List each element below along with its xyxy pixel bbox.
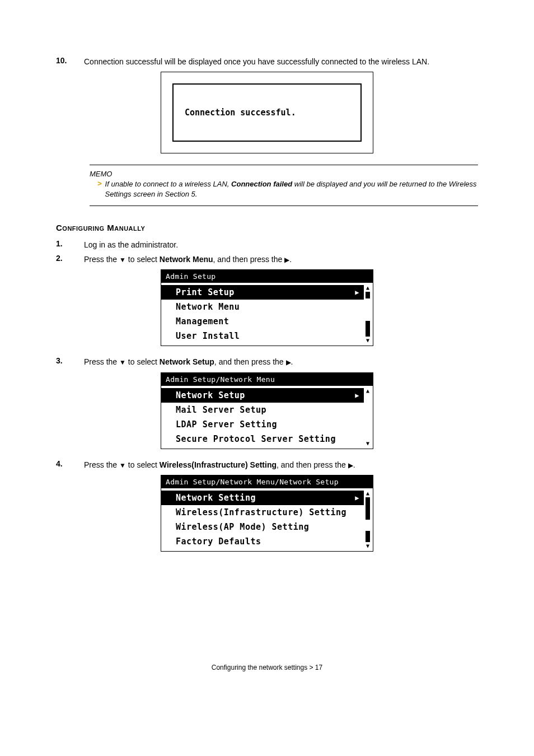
step-4: 4. Press the ▼ to select Wireless(Infras…	[56, 459, 478, 470]
menu-item-label: Network Setting	[176, 493, 256, 503]
menu-screen-network-menu: Admin Setup/Network Menu Network Setup ▶…	[161, 372, 373, 449]
menu-item-label: Print Setup	[176, 287, 235, 297]
step-text: Press the ▼ to select Network Menu, and …	[84, 254, 478, 265]
page-footer: Configuring the network settings > 17	[56, 664, 478, 671]
step-text: Press the ▼ to select Network Setup, and…	[84, 356, 478, 367]
scroll-up-icon[interactable]: ▲	[364, 491, 372, 496]
scroll-up-icon[interactable]: ▲	[364, 285, 372, 291]
down-arrow-icon: ▼	[119, 358, 126, 366]
memo-text-pre: If unable to connect to a wireless LAN,	[105, 180, 231, 188]
step-number: 1.	[56, 239, 84, 250]
menu-item-factory-defaults[interactable]: Factory Defaults	[161, 534, 364, 549]
menu-screen-network-setup: Admin Setup/Network Menu/Network Setup N…	[161, 475, 373, 552]
scroll-thumb[interactable]	[366, 292, 370, 298]
step-text: Connection successful will be displayed …	[84, 56, 478, 67]
right-arrow-icon: ▶	[355, 494, 359, 502]
text-fragment: , and then press the	[214, 357, 286, 366]
menu-item-network-setting[interactable]: Network Setting ▶	[161, 491, 364, 505]
right-arrow-icon: ▶	[355, 391, 359, 399]
text-fragment: , and then press the	[213, 255, 285, 264]
lcd-message: Connection successful.	[172, 83, 362, 142]
step-number: 2.	[56, 254, 84, 265]
menu-item-print-setup[interactable]: Print Setup ▶	[161, 285, 364, 300]
step-text: Log in as the administrator.	[84, 239, 478, 250]
text-bold: Wireless(Infrastructure) Setting	[160, 460, 277, 469]
memo-block: MEMO > If unable to connect to a wireles…	[90, 165, 478, 206]
menu-item-secure-protocol[interactable]: Secure Protocol Server Setting	[161, 432, 364, 446]
scroll-track	[364, 292, 372, 337]
step-number: 10.	[56, 56, 84, 67]
menu-screen-admin-setup: Admin Setup Print Setup ▶ Network Menu M…	[161, 269, 373, 346]
scroll-thumb[interactable]	[366, 531, 370, 542]
menu-item-user-install[interactable]: User Install	[161, 329, 364, 343]
text-fragment: Press the	[84, 460, 119, 469]
step-2: 2. Press the ▼ to select Network Menu, a…	[56, 254, 478, 265]
scroll-down-icon[interactable]: ▼	[364, 441, 372, 446]
scroll-thumb[interactable]	[366, 321, 370, 337]
right-arrow-icon: ▶	[286, 358, 291, 366]
text-fragment: , and then press the	[277, 460, 348, 469]
menu-item-network-setup[interactable]: Network Setup ▶	[161, 388, 364, 403]
menu-title: Admin Setup/Network Menu/Network Setup	[161, 475, 373, 488]
menu-item-wireless-ap[interactable]: Wireless(AP Mode) Setting	[161, 520, 364, 534]
scrollbar[interactable]: ▲ ▼	[364, 283, 373, 346]
text-fragment: to select	[126, 255, 160, 264]
step-number: 3.	[56, 356, 84, 367]
step-10: 10. Connection successful will be displa…	[56, 56, 478, 67]
menu-item-label: Network Setup	[176, 390, 245, 400]
menu-title: Admin Setup	[161, 270, 373, 283]
section-heading: Configuring Manually	[56, 223, 478, 232]
scroll-track	[364, 497, 372, 542]
text-fragment: .	[353, 460, 355, 469]
text-fragment: .	[291, 357, 293, 366]
menu-item-wireless-infra[interactable]: Wireless(Infrastructure) Setting	[161, 505, 364, 520]
right-arrow-icon: ▶	[284, 256, 289, 264]
text-bold: Network Menu	[160, 255, 213, 264]
memo-text: If unable to connect to a wireless LAN, …	[105, 179, 478, 199]
menu-item-ldap-server-setting[interactable]: LDAP Server Setting	[161, 417, 364, 432]
menu-item-network-menu[interactable]: Network Menu	[161, 300, 364, 314]
memo-title: MEMO	[90, 170, 478, 178]
right-arrow-icon: ▶	[355, 288, 359, 296]
menu-item-mail-server-setup[interactable]: Mail Server Setup	[161, 403, 364, 417]
down-arrow-icon: ▼	[119, 256, 126, 264]
text-fragment: to select	[126, 460, 160, 469]
text-bold: Network Setup	[160, 357, 214, 366]
step-text: Press the ▼ to select Wireless(Infrastru…	[84, 459, 478, 470]
scroll-down-icon[interactable]: ▼	[364, 543, 372, 549]
menu-item-management[interactable]: Management	[161, 314, 364, 329]
step-3: 3. Press the ▼ to select Network Setup, …	[56, 356, 478, 367]
step-1: 1. Log in as the administrator.	[56, 239, 478, 250]
scrollbar[interactable]: ▲ ▼	[364, 386, 373, 449]
down-arrow-icon: ▼	[119, 461, 126, 469]
text-fragment: Press the	[84, 357, 119, 366]
step-number: 4.	[56, 459, 84, 470]
text-fragment: .	[289, 255, 292, 264]
scroll-up-icon[interactable]: ▲	[364, 388, 372, 394]
text-fragment: Press the	[84, 255, 119, 264]
scroll-thumb[interactable]	[366, 497, 370, 520]
lcd-screen-connection: Connection successful.	[161, 72, 373, 153]
scrollbar[interactable]: ▲ ▼	[364, 488, 373, 551]
menu-title: Admin Setup/Network Menu	[161, 373, 373, 386]
memo-bullet-icon: >	[97, 179, 102, 199]
scroll-track	[364, 395, 372, 440]
scroll-down-icon[interactable]: ▼	[364, 338, 372, 343]
memo-text-bold: Connection failed	[231, 180, 292, 188]
text-fragment: to select	[126, 357, 160, 366]
right-arrow-icon: ▶	[348, 461, 353, 469]
